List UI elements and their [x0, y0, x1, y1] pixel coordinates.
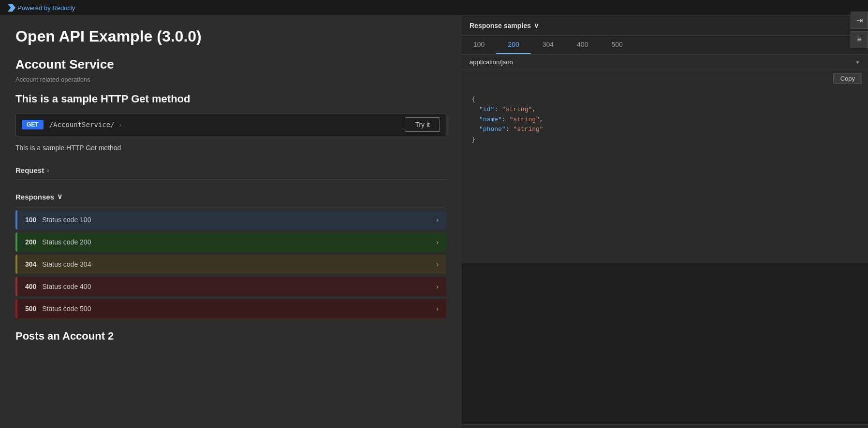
response-samples-chevron: ∨ [534, 22, 539, 29]
code-line-2: "id": "string", [471, 105, 858, 115]
request-arrow: › [47, 167, 49, 174]
response-chevron-400: › [436, 283, 439, 290]
content-type-row: application/json ▼ [462, 55, 868, 70]
response-tab-100[interactable]: 100 [462, 36, 496, 54]
code-line-4: "phone": "string" [471, 125, 858, 135]
request-samples-footer[interactable]: Request samples › [462, 424, 868, 428]
responses-arrow: ∨ [57, 192, 62, 201]
response-code-500: 500 [25, 305, 36, 313]
posts-title: Posts an Account 2 [15, 330, 446, 342]
response-chevron-200: › [436, 238, 439, 246]
copy-btn-row: Copy [462, 70, 868, 87]
response-chevron-500: › [436, 305, 439, 313]
left-content: Open API Example (3.0.0) Account Service… [0, 16, 462, 428]
responses-header[interactable]: Responses ∨ [15, 187, 446, 206]
powered-by-text: Powered by Redocly [17, 4, 75, 12]
response-text-500: Status code 500 [42, 305, 91, 313]
request-label: Request [15, 166, 44, 174]
request-header[interactable]: Request › [15, 161, 446, 180]
response-samples-header[interactable]: Response samples ∨ [462, 16, 868, 36]
right-panel: Response samples ∨ 100200304400500 appli… [462, 16, 868, 428]
section-heading: Account Service [15, 57, 446, 72]
posts-section: Posts an Account 2 [15, 330, 446, 342]
dropdown-arrow: ▼ [855, 59, 860, 65]
get-badge: GET [22, 120, 44, 129]
response-text-304: Status code 304 [42, 260, 91, 268]
response-tab-500[interactable]: 500 [600, 36, 634, 54]
response-samples-label: Response samples [470, 22, 531, 29]
response-code-100: 100 [25, 216, 36, 224]
response-tab-200[interactable]: 200 [496, 36, 530, 54]
response-item-400[interactable]: 400 Status code 400 › [15, 277, 446, 296]
response-code-200: 200 [25, 238, 36, 246]
toc-button[interactable]: ≡ [851, 31, 868, 48]
response-chevron-100: › [436, 216, 439, 224]
method-description: This is a sample HTTP Get method [15, 144, 446, 152]
top-bar: Powered by Redocly [0, 0, 868, 16]
response-tab-304[interactable]: 304 [531, 36, 565, 54]
code-line-3: "name": "string", [471, 115, 858, 125]
response-item-500[interactable]: 500 Status code 500 › [15, 299, 446, 318]
response-tabs: 100200304400500 [462, 36, 868, 55]
response-code-400: 400 [25, 283, 36, 290]
main-layout: Open API Example (3.0.0) Account Service… [0, 16, 868, 428]
try-it-button[interactable]: Try it [405, 117, 440, 132]
responses-section: Responses ∨ 100 Status code 100 › 200 St… [15, 187, 446, 318]
endpoint-bar: GET /AccountService/ › Try it [15, 113, 446, 136]
powered-by-link[interactable]: Powered by Redocly [8, 4, 75, 12]
request-section: Request › [15, 161, 446, 180]
response-text-100: Status code 100 [42, 216, 91, 224]
response-item-100[interactable]: 100 Status code 100 › [15, 210, 446, 229]
expand-button[interactable]: ⇥ [851, 12, 868, 29]
code-line-5: } [471, 135, 858, 145]
endpoint-path: /AccountService/ › [49, 121, 399, 128]
code-block: { "id": "string", "name": "string", "pho… [462, 87, 868, 263]
response-list: 100 Status code 100 › 200 Status code 20… [15, 210, 446, 318]
response-tab-400[interactable]: 400 [565, 36, 600, 54]
code-line-1: { [471, 95, 858, 105]
spacer [462, 263, 868, 424]
path-chevron: › [118, 122, 122, 128]
response-text-200: Status code 200 [42, 238, 91, 246]
section-subtitle: Account related operations [15, 76, 446, 83]
response-item-200[interactable]: 200 Status code 200 › [15, 232, 446, 252]
content-type-label: application/json [470, 58, 851, 66]
method-title: This is a sample HTTP Get method [15, 93, 446, 105]
response-item-304[interactable]: 304 Status code 304 › [15, 255, 446, 274]
page-title: Open API Example (3.0.0) [15, 28, 446, 45]
side-buttons: ⇥ ≡ [851, 12, 868, 48]
response-chevron-304: › [436, 260, 439, 268]
response-text-400: Status code 400 [42, 283, 91, 290]
redocly-icon [8, 4, 15, 12]
responses-label: Responses [15, 193, 54, 201]
copy-button[interactable]: Copy [833, 73, 862, 84]
response-code-304: 304 [25, 260, 36, 268]
